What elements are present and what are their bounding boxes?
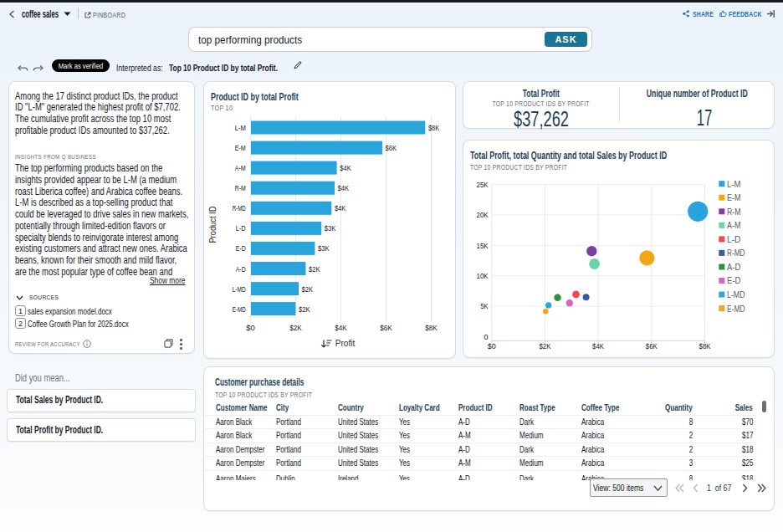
svg-text:$8K: $8K [425, 323, 438, 332]
svg-text:$2K: $2K [289, 323, 302, 332]
svg-text:25K: 25K [477, 181, 489, 189]
svg-text:$0: $0 [488, 342, 496, 350]
svg-text:$6K: $6K [386, 143, 397, 152]
svg-text:Profit: Profit [335, 338, 356, 348]
svg-text:$8K: $8K [699, 342, 711, 350]
svg-text:$0: $0 [246, 323, 255, 332]
svg-text:Product ID: Product ID [207, 207, 218, 243]
svg-text:$2K: $2K [539, 342, 550, 350]
svg-text:A-D: A-D [727, 263, 741, 272]
svg-text:R-MD: R-MD [727, 248, 745, 258]
svg-text:$4K: $4K [592, 342, 604, 350]
svg-text:$3K: $3K [318, 243, 330, 253]
svg-text:$8K: $8K [428, 123, 440, 132]
svg-text:5K: 5K [481, 302, 489, 310]
svg-text:L-MD: L-MD [233, 284, 246, 294]
svg-text:L-D: L-D [236, 223, 246, 233]
svg-text:L-D: L-D [727, 235, 741, 244]
svg-text:R-M: R-M [235, 183, 246, 192]
svg-text:$6K: $6K [646, 342, 658, 350]
svg-text:$6K: $6K [380, 323, 392, 332]
svg-text:R-M: R-M [727, 207, 741, 217]
svg-text:$4K: $4K [335, 203, 346, 212]
svg-text:R-MD: R-MD [233, 203, 246, 212]
svg-text:20K: 20K [477, 211, 489, 219]
svg-text:$2K: $2K [309, 264, 320, 274]
svg-text:$3K: $3K [325, 223, 336, 233]
svg-text:E-D: E-D [236, 243, 246, 253]
svg-text:10K: 10K [477, 272, 489, 280]
svg-text:0: 0 [484, 333, 488, 341]
svg-text:L-MD: L-MD [727, 290, 745, 299]
svg-text:15K: 15K [477, 242, 489, 250]
svg-text:A-M: A-M [235, 163, 246, 172]
svg-text:L-M: L-M [235, 123, 246, 132]
svg-text:$4K: $4K [338, 183, 350, 192]
svg-text:A-M: A-M [727, 221, 741, 230]
svg-text:E-M: E-M [727, 193, 741, 202]
svg-text:E-M: E-M [235, 143, 246, 152]
svg-text:E-MD: E-MD [727, 304, 745, 314]
svg-text:$4K: $4K [340, 163, 351, 172]
svg-text:A-D: A-D [236, 264, 246, 274]
svg-text:$4K: $4K [335, 323, 347, 332]
svg-text:E-D: E-D [727, 276, 741, 285]
svg-text:E-MD: E-MD [233, 304, 246, 314]
svg-text:L-M: L-M [727, 180, 741, 189]
svg-text:$2K: $2K [302, 284, 314, 294]
svg-text:$2K: $2K [299, 304, 310, 314]
